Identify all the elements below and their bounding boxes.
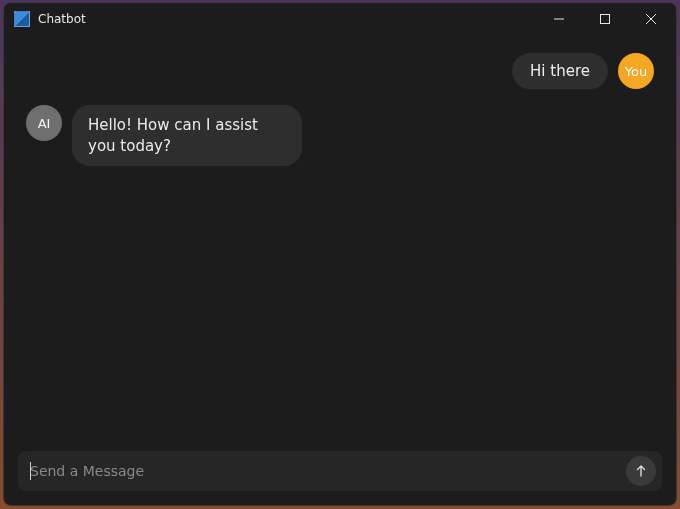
minimize-button[interactable] xyxy=(536,4,582,34)
send-button[interactable] xyxy=(626,456,656,486)
svg-rect-1 xyxy=(601,15,610,24)
close-button[interactable] xyxy=(628,4,674,34)
message-row-user: Hi there You xyxy=(26,53,654,89)
message-row-ai: AI Hello! How can I assist you today? xyxy=(26,105,654,166)
ai-message-bubble: Hello! How can I assist you today? xyxy=(72,105,302,166)
app-window: Chatbot Hi there You AI Hello! How can I… xyxy=(3,2,677,506)
text-caret-icon xyxy=(30,462,31,480)
app-icon xyxy=(14,11,30,27)
arrow-up-icon xyxy=(635,465,647,477)
maximize-button[interactable] xyxy=(582,4,628,34)
minimize-icon xyxy=(554,14,564,24)
titlebar[interactable]: Chatbot xyxy=(4,3,676,35)
maximize-icon xyxy=(600,14,610,24)
composer xyxy=(18,451,662,491)
ai-avatar: AI xyxy=(26,105,62,141)
window-title: Chatbot xyxy=(38,12,86,26)
user-avatar: You xyxy=(618,53,654,89)
close-icon xyxy=(646,14,656,24)
message-input[interactable] xyxy=(30,463,626,479)
user-message-bubble: Hi there xyxy=(512,53,608,89)
chat-area: Hi there You AI Hello! How can I assist … xyxy=(4,35,676,441)
